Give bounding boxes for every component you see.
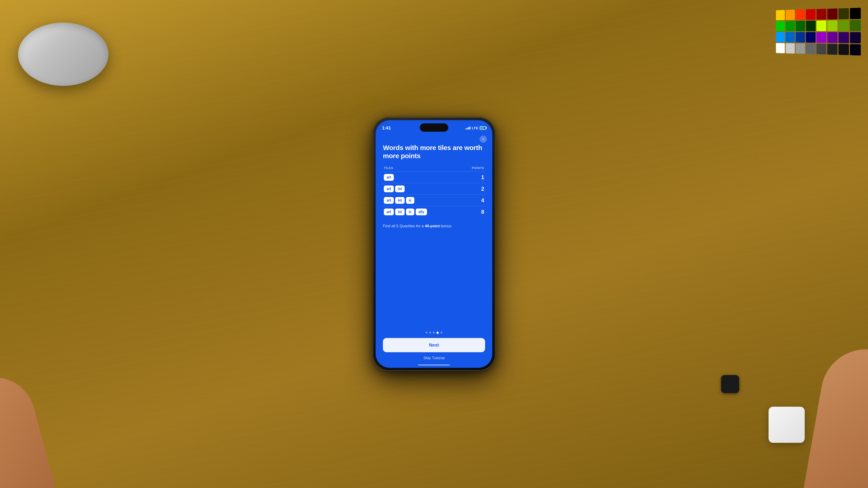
color-swatch [838,20,849,31]
signal-bar-1 [465,129,466,129]
color-swatch [850,8,861,19]
battery-container [480,126,486,130]
color-swatch [838,8,849,20]
black-device [721,375,739,393]
phone-outer: 1:41 LTE [373,118,495,370]
color-swatch [796,21,805,31]
points-1: 1 [477,174,484,181]
color-swatch [827,32,837,43]
tile-art-2: art [384,186,394,192]
points-2: 2 [477,186,484,192]
points-4: 8 [477,209,484,215]
spacer [383,229,485,332]
color-swatch [786,32,795,42]
color-swatch [816,9,827,20]
color-swatch [827,44,837,55]
main-content: Words with more tiles are worth more poi… [376,132,492,363]
color-swatch [827,8,837,20]
table-row: art ist ic ally 8 [383,206,485,218]
tile-art-1: art [384,174,394,181]
battery-icon [480,126,486,130]
table-row: art ist ic 4 [383,195,485,206]
bonus-prefix: Find all 5 Quartiles for a [383,224,425,228]
color-swatch [806,9,815,20]
tile-ist-2: ist [395,186,405,192]
tiles-group-4: art ist ic ally [384,208,427,215]
bonus-text: Find all 5 Quartiles for a 40-point bonu… [383,223,485,229]
color-swatch [776,10,785,20]
scoring-table: TILES POINTS art 1 art ist [383,166,485,218]
color-swatch [786,21,795,31]
bonus-highlight: 40-point [425,224,440,228]
color-swatch [816,20,827,31]
color-swatch [827,20,837,31]
tile-ic-3: ic [406,197,414,204]
white-device [769,407,805,443]
tiles-group-3: art ist ic [384,197,414,204]
table-row: art ist 2 [383,183,485,195]
color-swatch [796,43,805,54]
color-swatch [816,32,827,43]
tile-ist-4: ist [395,208,405,215]
dynamic-island [420,123,448,132]
color-swatch [786,43,795,54]
color-swatch [806,21,815,31]
points-col-header: POINTS [472,166,484,170]
color-swatch [850,44,861,55]
close-icon: × [483,138,484,141]
color-swatch [776,21,785,31]
color-swatch [776,32,785,42]
battery-fill [480,127,484,129]
color-swatch [806,32,815,43]
phone-wrapper: 1:41 LTE [371,115,497,373]
signal-bar-2 [467,128,468,129]
tile-ally-4: ally [416,208,427,215]
dot-1 [426,332,428,333]
color-swatch [776,43,785,53]
dot-2 [429,332,431,333]
page-title: Words with more tiles are worth more poi… [383,144,485,160]
signal-bars [465,126,470,129]
tile-art-3: art [384,197,394,204]
color-swatches [776,8,861,56]
color-swatch [850,32,861,43]
home-indicator [418,364,450,365]
phone-inner: 1:41 LTE [376,120,492,368]
skip-tutorial-button[interactable]: Skip Tutorial [383,356,485,363]
color-swatch [850,20,861,31]
color-swatch [806,43,815,54]
tile-ist-3: ist [395,197,405,204]
headset-body [18,23,108,86]
status-time: 1:41 [382,125,391,131]
pagination-dots [383,332,485,334]
dot-3 [433,332,435,333]
color-swatch [796,32,805,42]
signal-bar-3 [468,127,469,129]
tiles-group-2: art ist [384,186,405,192]
table-header: TILES POINTS [383,166,485,171]
dot-4-active [436,332,439,334]
color-swatch [786,10,795,20]
color-swatch [796,9,805,20]
tile-ic-4: ic [406,208,414,215]
lte-label: LTE [472,126,478,130]
signal-bar-4 [469,127,470,129]
color-swatch [838,32,849,43]
dot-5 [440,332,442,333]
close-button[interactable]: × [480,135,487,143]
color-swatch [816,43,827,55]
tiles-group-1: art [384,174,394,181]
tiles-col-header: TILES [384,166,393,170]
headset-device [4,23,122,113]
bonus-suffix: bonus. [440,224,452,228]
points-3: 4 [477,197,484,203]
status-icons: LTE [465,126,486,130]
next-button[interactable]: Next [383,338,485,352]
color-swatch [838,44,849,55]
table-row: art 1 [383,171,485,183]
tile-art-4: art [384,208,394,215]
